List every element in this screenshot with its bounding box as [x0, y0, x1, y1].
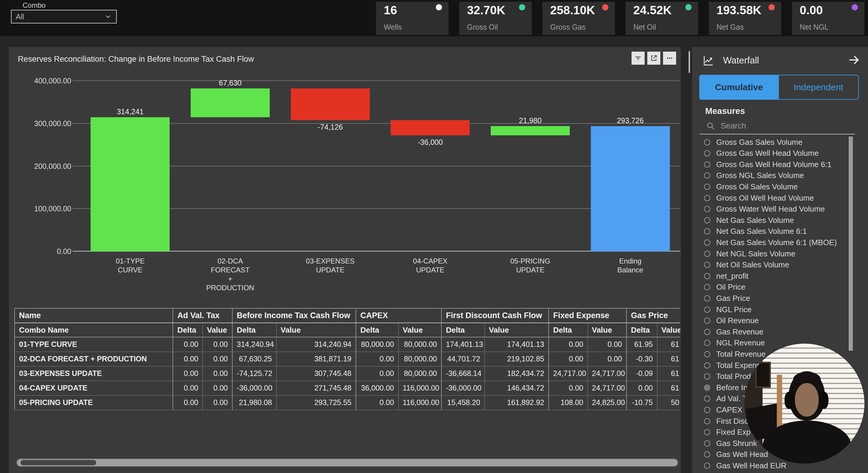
radio-button[interactable]	[704, 351, 710, 357]
measure-item-net-profit[interactable]: net_profit	[692, 270, 868, 281]
radio-button[interactable]	[704, 307, 710, 313]
column-group-header[interactable]: CAPEX	[356, 309, 441, 323]
kpi-card-net-ngl[interactable]: 0.00Net NGL	[792, 2, 864, 35]
measure-item-gas-revenue[interactable]: Gas Revenue	[692, 326, 868, 337]
table-row[interactable]: 01-TYPE CURVE0.000.00314,240.94314,240.9…	[15, 337, 680, 351]
radio-button[interactable]	[704, 284, 710, 290]
column-subheader[interactable]: Delta	[356, 323, 398, 337]
column-subheader[interactable]: Delta	[232, 323, 276, 337]
waterfall-bar-ending-balance[interactable]	[591, 126, 670, 251]
table-row[interactable]: 05-PRICING UPDATE0.000.0021,980.08293,72…	[15, 395, 680, 410]
measure-item-net-oil-sales-volume[interactable]: Net Oil Sales Volume	[692, 259, 868, 271]
radio-button[interactable]	[704, 161, 710, 168]
radio-button[interactable]	[704, 396, 710, 402]
column-group-header[interactable]: Gas Price	[626, 309, 680, 323]
table-row[interactable]: 02-DCA FORECAST + PRODUCTION0.000.0067,6…	[15, 351, 680, 366]
radio-button[interactable]	[704, 340, 710, 346]
focus-mode-icon[interactable]	[647, 52, 660, 65]
measure-item-gross-oil-sales-volume[interactable]: Gross Oil Sales Volume	[692, 181, 868, 192]
measure-item-gross-ngl-sales-volume[interactable]: Gross NGL Sales Volume	[692, 170, 868, 181]
measure-item-gross-gas-sales-volume[interactable]: Gross Gas Sales Volume	[692, 136, 868, 148]
radio-button[interactable]	[704, 195, 710, 201]
filter-icon[interactable]	[631, 52, 645, 65]
column-subheader[interactable]: Value	[657, 323, 680, 337]
table-row[interactable]: 04-CAPEX UPDATE0.000.00-36,000.00271,745…	[15, 381, 680, 395]
measure-item-oil-price[interactable]: Oil Price	[692, 281, 868, 293]
column-subheader[interactable]: Combo Name	[15, 323, 173, 337]
radio-button[interactable]	[704, 206, 710, 212]
column-subheader[interactable]: Value	[276, 323, 356, 337]
search-input[interactable]	[720, 121, 834, 131]
arrow-right-icon[interactable]	[847, 54, 860, 68]
table-horizontal-scrollbar[interactable]	[16, 459, 678, 467]
column-subheader[interactable]: Delta	[626, 323, 657, 337]
waterfall-bar-04-capex-update[interactable]	[391, 120, 470, 136]
column-group-header[interactable]: Before Income Tax Cash Flow	[232, 309, 356, 323]
measures-scrollbar[interactable]	[849, 136, 853, 351]
radio-button[interactable]	[704, 139, 710, 145]
kpi-card-net-oil[interactable]: 24.52KNet Oil	[626, 2, 698, 35]
column-group-header[interactable]: Name	[15, 309, 173, 323]
waterfall-bar-03-expenses-update[interactable]	[291, 89, 370, 120]
radio-button[interactable]	[704, 150, 710, 157]
measure-item-net-ngl-sales-volume[interactable]: Net NGL Sales Volume	[692, 248, 868, 259]
radio-button[interactable]	[704, 262, 710, 268]
measure-item-ngl-revenue[interactable]: NGL Revenue	[692, 337, 868, 349]
waterfall-bar-02-dca-forecast-+-production[interactable]	[191, 89, 270, 117]
radio-button[interactable]	[704, 172, 710, 179]
kpi-card-gross-gas[interactable]: 258.10KGross Gas	[542, 2, 615, 35]
column-subheader[interactable]: Value	[485, 323, 549, 337]
table-row[interactable]: 03-EXPENSES UPDATE0.000.00-74,125.72307,…	[15, 366, 680, 381]
kpi-card-net-gas[interactable]: 193.58KNet Gas	[709, 2, 781, 35]
measure-label: Gross NGL Sales Volume	[716, 171, 804, 180]
kpi-card-wells[interactable]: 16Wells	[376, 2, 448, 35]
radio-button[interactable]	[704, 407, 710, 413]
radio-button[interactable]	[704, 317, 710, 324]
column-subheader[interactable]: Value	[588, 323, 626, 337]
column-subheader[interactable]: Delta	[173, 323, 203, 337]
measure-item-gross-water-well-head-volume[interactable]: Gross Water Well Head Volume	[692, 204, 868, 215]
column-subheader[interactable]: Delta	[549, 323, 588, 337]
measure-item-oil-revenue[interactable]: Oil Revenue	[692, 315, 868, 327]
page-scrollbar[interactable]	[689, 51, 690, 73]
measure-item-gross-gas-well-head-volume[interactable]: Gross Gas Well Head Volume	[692, 148, 868, 159]
radio-button[interactable]	[704, 217, 710, 224]
measure-item-ngl-price[interactable]: NGL Price	[692, 304, 868, 315]
radio-button[interactable]	[704, 429, 710, 435]
radio-button[interactable]	[704, 239, 710, 246]
measure-item-gross-gas-well-head-volume-6-1[interactable]: Gross Gas Well Head Volume 6:1	[692, 159, 868, 170]
kpi-card-gross-oil[interactable]: 32.70KGross Oil	[459, 2, 532, 35]
radio-button[interactable]	[704, 384, 710, 391]
tab-independent[interactable]: Independent	[779, 75, 859, 100]
measure-item-gas-well-head-eur[interactable]: Gas Well Head EUR	[692, 460, 868, 471]
measure-item-net-gas-sales-volume-6-1-mboe-[interactable]: Net Gas Sales Volume 6:1 (MBOE)	[692, 237, 868, 248]
waterfall-bar-01-type-curve[interactable]	[91, 117, 169, 251]
radio-button[interactable]	[704, 273, 710, 279]
radio-button[interactable]	[704, 329, 710, 335]
scrollbar-thumb[interactable]	[21, 460, 96, 465]
radio-button[interactable]	[704, 184, 710, 190]
radio-button[interactable]	[704, 362, 710, 369]
radio-button[interactable]	[704, 418, 710, 424]
column-subheader[interactable]: Delta	[441, 323, 485, 337]
measure-item-net-gas-sales-volume-6-1[interactable]: Net Gas Sales Volume 6:1	[692, 226, 868, 237]
column-subheader[interactable]: Value	[203, 323, 232, 337]
column-group-header[interactable]: First Discount Cash Flow	[441, 309, 549, 323]
column-subheader[interactable]: Value	[398, 323, 441, 337]
waterfall-bar-05-pricing-update[interactable]	[491, 126, 570, 136]
combo-dropdown[interactable]: All	[11, 10, 117, 24]
radio-button[interactable]	[704, 228, 710, 234]
tab-cumulative[interactable]: Cumulative	[699, 75, 779, 100]
radio-button[interactable]	[704, 463, 710, 469]
radio-button[interactable]	[704, 373, 710, 379]
radio-button[interactable]	[704, 251, 710, 257]
radio-button[interactable]	[704, 295, 710, 302]
measure-item-gas-price[interactable]: Gas Price	[692, 293, 868, 304]
radio-button[interactable]	[704, 451, 710, 458]
more-options-icon[interactable]	[663, 52, 676, 65]
column-group-header[interactable]: Ad Val. Tax	[173, 309, 232, 323]
radio-button[interactable]	[704, 440, 710, 447]
measure-item-gross-oil-well-head-volume[interactable]: Gross Oil Well Head Volume	[692, 192, 868, 204]
column-group-header[interactable]: Fixed Expense	[549, 309, 626, 323]
measure-item-net-gas-sales-volume[interactable]: Net Gas Sales Volume	[692, 214, 868, 226]
